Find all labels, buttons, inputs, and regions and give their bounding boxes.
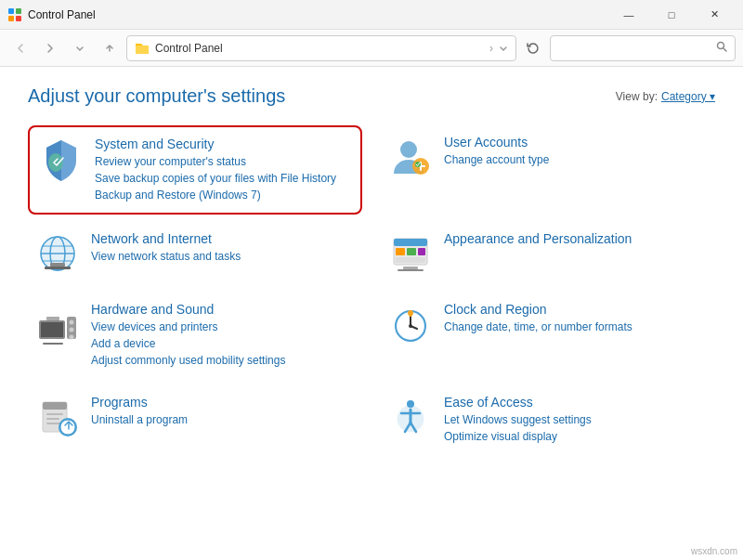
- address-chevron-icon: [499, 44, 508, 53]
- watermark: wsxdn.com: [691, 546, 737, 556]
- clock-name[interactable]: Clock and Region: [444, 302, 708, 317]
- svg-rect-20: [396, 248, 405, 255]
- ease-access-name[interactable]: Ease of Access: [444, 395, 708, 410]
- hardware-link-2[interactable]: Adjust commonly used mobility settings: [91, 352, 355, 369]
- category-clock[interactable]: Clock and Region Change date, time, or n…: [381, 293, 715, 378]
- window-controls: — □ ✕: [607, 0, 736, 30]
- ease-access-link-0[interactable]: Let Windows suggest settings: [444, 411, 708, 428]
- svg-rect-27: [41, 322, 63, 337]
- svg-rect-21: [407, 248, 416, 255]
- hardware-icon: [35, 302, 80, 346]
- svg-rect-22: [418, 248, 425, 255]
- dropdown-button[interactable]: [67, 35, 93, 61]
- svg-rect-24: [403, 267, 418, 269]
- svg-point-29: [70, 320, 74, 325]
- svg-rect-42: [43, 402, 67, 410]
- network-link-0[interactable]: View network status and tasks: [91, 248, 355, 265]
- svg-point-30: [70, 328, 74, 332]
- network-icon: [35, 231, 80, 276]
- refresh-button[interactable]: [520, 35, 546, 61]
- view-by-label: View by:: [616, 90, 658, 103]
- user-accounts-icon: [388, 135, 433, 179]
- programs-name[interactable]: Programs: [91, 395, 355, 410]
- svg-point-7: [400, 141, 417, 158]
- system-security-name[interactable]: System and Security: [95, 137, 351, 151]
- view-by: View by: Category ▾: [616, 90, 715, 103]
- ease-access-link-1[interactable]: Optimize visual display: [444, 428, 708, 445]
- category-programs[interactable]: Programs Uninstall a program: [28, 385, 362, 454]
- address-separator: ›: [489, 42, 493, 55]
- programs-text: Programs Uninstall a program: [91, 395, 355, 428]
- appearance-icon: [388, 231, 433, 276]
- page-title: Adjust your computer's settings: [28, 85, 285, 107]
- svg-point-38: [409, 324, 412, 328]
- forward-button[interactable]: [37, 35, 63, 61]
- nav-bar: Control Panel ›: [0, 30, 743, 67]
- svg-line-5: [723, 48, 727, 52]
- maximize-button[interactable]: □: [650, 0, 693, 30]
- system-security-text: System and Security Review your computer…: [95, 137, 351, 203]
- clock-icon: [388, 302, 433, 346]
- programs-icon: [35, 395, 80, 439]
- page-header: Adjust your computer's settings View by:…: [28, 85, 715, 107]
- close-button[interactable]: ✕: [693, 0, 736, 30]
- control-panel-icon: [7, 7, 22, 22]
- search-input[interactable]: [558, 42, 712, 55]
- ease-access-text: Ease of Access Let Windows suggest setti…: [444, 395, 708, 445]
- hardware-link-0[interactable]: View devices and printers: [91, 319, 355, 335]
- user-accounts-text: User Accounts Change account type: [444, 135, 708, 168]
- network-name[interactable]: Network and Internet: [91, 231, 355, 246]
- category-system-security[interactable]: System and Security Review your computer…: [28, 125, 362, 215]
- svg-point-40: [409, 313, 412, 317]
- svg-rect-19: [394, 239, 427, 246]
- category-appearance[interactable]: Appearance and Personalization: [381, 222, 715, 285]
- search-bar[interactable]: [550, 35, 736, 61]
- clock-text: Clock and Region Change date, time, or n…: [444, 302, 708, 335]
- category-ease-access[interactable]: Ease of Access Let Windows suggest setti…: [381, 385, 715, 454]
- svg-rect-23: [396, 257, 425, 263]
- system-security-link-0[interactable]: Review your computer's status: [95, 153, 351, 170]
- svg-rect-17: [45, 267, 71, 269]
- view-by-dropdown[interactable]: Category ▾: [661, 90, 715, 103]
- svg-point-31: [70, 335, 74, 340]
- svg-rect-44: [46, 418, 59, 420]
- svg-rect-43: [46, 413, 63, 415]
- network-text: Network and Internet View network status…: [91, 231, 355, 265]
- back-button[interactable]: [7, 35, 33, 61]
- title-bar-text: Control Panel: [28, 8, 607, 21]
- system-security-link-1[interactable]: Save backup copies of your files with Fi…: [95, 170, 351, 187]
- folder-icon: [135, 41, 150, 56]
- category-hardware[interactable]: Hardware and Sound View devices and prin…: [28, 293, 362, 378]
- svg-rect-33: [46, 317, 59, 320]
- categories-grid: System and Security Review your computer…: [28, 125, 715, 454]
- svg-rect-16: [50, 263, 65, 267]
- search-icon[interactable]: [716, 41, 727, 55]
- hardware-link-1[interactable]: Add a device: [91, 335, 355, 352]
- up-button[interactable]: [97, 35, 123, 61]
- hardware-text: Hardware and Sound View devices and prin…: [91, 302, 355, 369]
- appearance-name[interactable]: Appearance and Personalization: [444, 231, 708, 246]
- main-content: Adjust your computer's settings View by:…: [0, 67, 743, 560]
- svg-point-6: [48, 153, 63, 172]
- user-accounts-name[interactable]: User Accounts: [444, 135, 708, 150]
- system-security-icon: [39, 137, 84, 181]
- svg-rect-2: [8, 16, 14, 21]
- user-accounts-link-0[interactable]: Change account type: [444, 151, 708, 168]
- address-path: Control Panel: [155, 42, 484, 55]
- svg-rect-32: [43, 343, 63, 345]
- svg-rect-1: [16, 8, 21, 14]
- svg-rect-25: [398, 269, 424, 271]
- programs-link-0[interactable]: Uninstall a program: [91, 411, 355, 428]
- clock-link-0[interactable]: Change date, time, or number formats: [444, 319, 708, 335]
- appearance-text: Appearance and Personalization: [444, 231, 708, 248]
- system-security-link-2[interactable]: Backup and Restore (Windows 7): [95, 187, 351, 203]
- svg-rect-0: [8, 8, 14, 14]
- hardware-name[interactable]: Hardware and Sound: [91, 302, 355, 317]
- svg-rect-3: [16, 16, 21, 21]
- category-user-accounts[interactable]: User Accounts Change account type: [381, 125, 715, 215]
- minimize-button[interactable]: —: [607, 0, 650, 30]
- ease-access-icon: [388, 395, 433, 439]
- title-bar: Control Panel — □ ✕: [0, 0, 743, 30]
- category-network[interactable]: Network and Internet View network status…: [28, 222, 362, 285]
- address-bar[interactable]: Control Panel ›: [126, 35, 516, 61]
